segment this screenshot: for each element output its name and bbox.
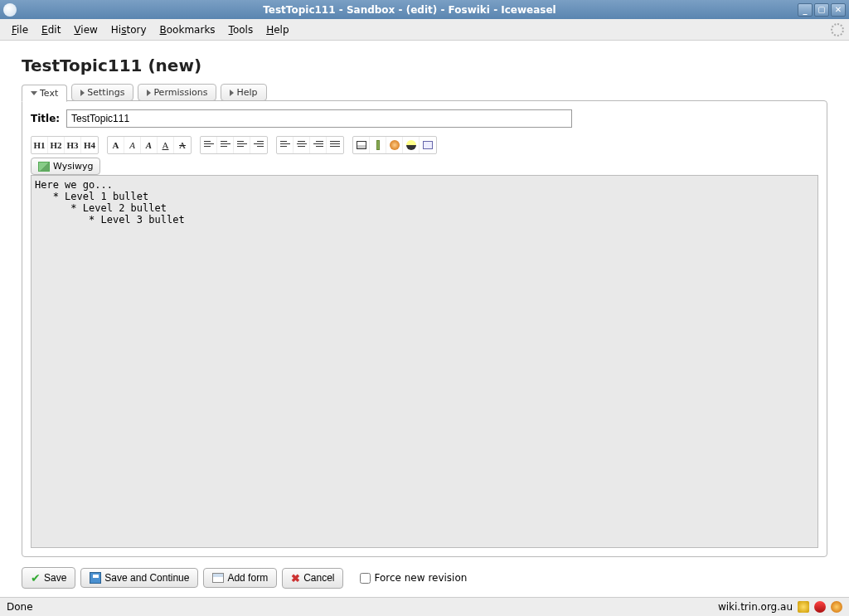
insert-group (352, 136, 437, 154)
heading-group: H1 H2 H3 H4 (31, 136, 99, 154)
list-group (200, 136, 268, 154)
tab-permissions-label: Permissions (153, 87, 207, 98)
bold-italic-button[interactable]: A (141, 137, 158, 153)
link-button[interactable] (386, 137, 403, 153)
tab-text-label: Text (40, 88, 58, 99)
maximize-button[interactable]: ▢ (814, 3, 829, 17)
force-revision-checkbox[interactable] (360, 573, 371, 584)
table-button[interactable] (353, 137, 370, 153)
h2-button[interactable]: H2 (48, 137, 65, 153)
title-row: Title: (31, 109, 818, 128)
chevron-down-icon (31, 91, 37, 95)
special-char-button[interactable] (420, 137, 436, 153)
menu-edit[interactable]: Edit (35, 22, 67, 37)
menu-view[interactable]: View (67, 22, 104, 37)
status-text: Done (7, 601, 33, 613)
close-button[interactable]: ✕ (831, 3, 846, 17)
edit-panel: Title: H1 H2 H3 H4 A A A A A (22, 100, 827, 557)
strike-button[interactable]: A (174, 137, 191, 153)
align-group (276, 136, 344, 154)
wysiwyg-button[interactable]: Wysiwyg (31, 158, 100, 175)
editor-textarea[interactable] (31, 175, 818, 548)
tab-help-label: Help (236, 87, 257, 98)
addon-icon-1[interactable] (814, 601, 826, 613)
loading-spinner-icon (831, 23, 844, 36)
cancel-label: Cancel (303, 572, 334, 584)
force-revision-row[interactable]: Force new revision (360, 572, 467, 584)
h3-button[interactable]: H3 (65, 137, 81, 153)
wysiwyg-label: Wysiwyg (53, 161, 93, 172)
menu-bookmarks[interactable]: Bookmarks (153, 22, 222, 37)
save-continue-label: Save and Continue (104, 572, 189, 584)
insert-2-button[interactable] (370, 137, 386, 153)
browser-menubar: File Edit View History Bookmarks Tools H… (0, 19, 849, 41)
h4-button[interactable]: H4 (81, 137, 98, 153)
tab-help[interactable]: Help (221, 84, 266, 101)
chevron-right-icon (230, 90, 234, 96)
check-icon: ✔ (31, 571, 41, 584)
menu-tools[interactable]: Tools (222, 22, 260, 37)
chevron-right-icon (80, 90, 85, 96)
tab-settings[interactable]: Settings (71, 84, 133, 101)
form-icon (212, 573, 224, 583)
menu-file[interactable]: File (5, 22, 35, 37)
add-form-button[interactable]: Add form (203, 568, 277, 588)
align-center-button[interactable] (294, 137, 310, 153)
force-revision-label: Force new revision (374, 572, 467, 584)
numbered-list-button[interactable] (201, 137, 217, 153)
action-bar: ✔Save Save and Continue Add form ✖Cancel… (22, 567, 827, 589)
tab-settings-label: Settings (87, 87, 124, 98)
window-titlebar: TestTopic111 - Sandbox - (edit) - Foswik… (0, 0, 849, 19)
h1-button[interactable]: H1 (32, 137, 48, 153)
status-domain: wiki.trin.org.au (718, 601, 793, 613)
x-icon: ✖ (291, 572, 300, 584)
window-title: TestTopic111 - Sandbox - (edit) - Foswik… (22, 4, 798, 16)
wysiwyg-icon (38, 162, 50, 172)
format-group: A A A A A (107, 136, 192, 154)
disk-icon (90, 572, 101, 584)
align-justify-button[interactable] (327, 137, 343, 153)
cancel-button[interactable]: ✖Cancel (282, 568, 343, 589)
menu-help[interactable]: Help (260, 22, 295, 37)
tab-text[interactable]: Text (22, 85, 67, 102)
lock-icon (798, 601, 809, 613)
add-form-label: Add form (227, 572, 268, 584)
emoticon-button[interactable] (403, 137, 420, 153)
page-content: TestTopic111 (new) Text Settings Permiss… (0, 41, 849, 597)
outdent-button[interactable] (234, 137, 250, 153)
status-right: wiki.trin.org.au (718, 601, 842, 613)
tab-permissions[interactable]: Permissions (138, 84, 216, 101)
bullet-list-button[interactable] (217, 137, 234, 153)
edit-tabs: Text Settings Permissions Help (22, 84, 827, 101)
indent-button[interactable] (250, 137, 267, 153)
title-input[interactable] (66, 109, 572, 128)
addon-icon-2[interactable] (831, 601, 842, 613)
underline-button[interactable]: A (158, 137, 174, 153)
bold-button[interactable]: A (108, 137, 124, 153)
save-button[interactable]: ✔Save (22, 567, 75, 589)
page-title: TestTopic111 (new) (22, 56, 827, 75)
browser-statusbar: Done wiki.trin.org.au (0, 597, 849, 616)
menu-history[interactable]: History (104, 22, 153, 37)
window-controls: _ ▢ ✕ (798, 3, 846, 17)
save-label: Save (44, 572, 66, 584)
italic-button[interactable]: A (124, 137, 141, 153)
align-left-button[interactable] (277, 137, 294, 153)
align-right-button[interactable] (310, 137, 327, 153)
minimize-button[interactable]: _ (798, 3, 813, 17)
chevron-right-icon (147, 90, 151, 96)
title-label: Title: (31, 113, 60, 124)
app-icon (3, 3, 17, 17)
save-continue-button[interactable]: Save and Continue (80, 568, 198, 588)
editor-toolbar: H1 H2 H3 H4 A A A A A (31, 136, 818, 154)
